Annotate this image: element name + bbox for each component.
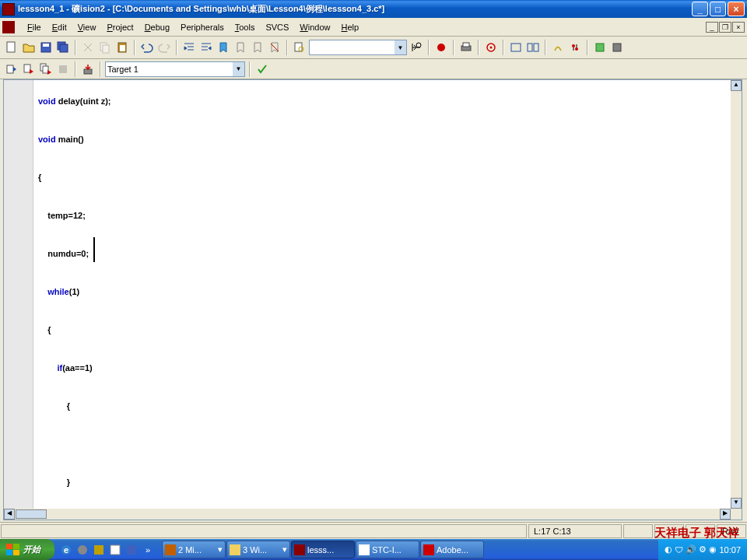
redo-button[interactable] [156, 40, 172, 55]
start-button[interactable]: 开始 [0, 539, 54, 560]
system-tray[interactable]: ◐ 🛡 🔊 ⚙ ◉ 10:07 [658, 539, 747, 560]
build-button[interactable] [21, 61, 37, 77]
tool-button-3[interactable] [525, 40, 541, 55]
menu-window[interactable]: Window [294, 21, 335, 33]
svg-point-20 [572, 44, 575, 47]
bookmark-button[interactable] [216, 40, 231, 55]
save-all-button[interactable] [55, 40, 71, 55]
tray-icon[interactable]: 🔊 [686, 544, 696, 555]
ql-item-icon[interactable] [75, 541, 90, 558]
bookmark-clear-button[interactable] [267, 40, 282, 55]
menu-tools[interactable]: Tools [230, 21, 261, 33]
close-button[interactable]: × [728, 2, 745, 16]
mdi-close-button[interactable]: × [732, 22, 745, 33]
bookmark-prev-button[interactable] [250, 40, 265, 55]
tool-button-4[interactable] [550, 40, 566, 55]
task-button[interactable]: lesss... [291, 541, 355, 558]
target-value: Target 1 [107, 65, 139, 74]
find-combo[interactable]: ▼ [309, 40, 407, 55]
tool-button-1[interactable] [483, 40, 499, 55]
svg-rect-2 [43, 44, 49, 47]
ql-item-icon[interactable] [91, 541, 107, 558]
svg-rect-8 [120, 45, 125, 51]
keyword: void [38, 135, 56, 144]
open-file-button[interactable] [21, 40, 37, 55]
paste-button[interactable] [114, 40, 130, 55]
tray-icon[interactable]: ◐ [665, 544, 672, 555]
task-button[interactable]: STC-I... [356, 541, 419, 558]
maximize-button[interactable]: □ [710, 2, 726, 16]
options-button[interactable] [254, 61, 270, 77]
menu-debug[interactable]: Debug [139, 21, 175, 33]
mdi-restore-button[interactable]: ❐ [719, 22, 731, 33]
vertical-scrollbar[interactable]: ▲ ▼ [731, 80, 742, 509]
debug-button[interactable] [433, 40, 449, 55]
cursor-position: L:17 C:13 [528, 524, 622, 538]
ql-item-icon[interactable] [107, 541, 123, 558]
horizontal-scrollbar[interactable]: ◀ ▶ [4, 509, 731, 520]
task-buttons: 2 Mi...▾ 3 Wi...▾ lesss... STC-I... Adob… [162, 541, 658, 558]
menu-edit[interactable]: Edit [47, 21, 72, 33]
code-area[interactable]: void delay(uint z); void main() { temp=1… [33, 80, 731, 509]
find-button[interactable] [409, 40, 424, 55]
svg-text:e: e [64, 545, 68, 555]
indent-button[interactable] [181, 40, 197, 55]
code-editor[interactable]: void delay(uint z); void main() { temp=1… [3, 79, 742, 520]
gutter [4, 80, 33, 509]
download-button[interactable] [80, 61, 96, 77]
target-combo[interactable]: Target 1 ▼ [105, 61, 245, 77]
window-controls: _ □ × [692, 2, 745, 16]
scroll-left-button[interactable]: ◀ [4, 509, 15, 520]
menu-view[interactable]: View [72, 21, 102, 33]
print-button[interactable] [458, 40, 474, 55]
scroll-right-button[interactable]: ▶ [720, 509, 731, 520]
clock[interactable]: 10:07 [719, 545, 741, 555]
scroll-thumb[interactable] [16, 509, 47, 519]
scroll-down-button[interactable]: ▼ [731, 498, 742, 509]
copy-button[interactable] [97, 40, 113, 55]
tool-button-2[interactable] [508, 40, 524, 55]
dropdown-icon[interactable]: ▼ [395, 40, 406, 54]
tray-icon[interactable]: ◉ [709, 544, 717, 555]
window-title: lessson4_1 - 礦ision2 - [C:\Documents and… [18, 3, 692, 15]
tool-button-6[interactable] [592, 40, 608, 55]
taskbar: 开始 e » 2 Mi...▾ 3 Wi...▾ lesss... STC-I.… [0, 539, 747, 560]
tray-icon[interactable]: ⚙ [699, 544, 707, 555]
minimize-button[interactable]: _ [692, 2, 708, 16]
rebuild-button[interactable] [38, 61, 54, 77]
keyword: while [47, 287, 69, 296]
bookmark-next-button[interactable] [233, 40, 248, 55]
new-file-button[interactable] [4, 40, 19, 55]
menu-help[interactable]: Help [336, 21, 365, 33]
svg-rect-17 [511, 44, 521, 51]
stop-build-button[interactable] [55, 61, 71, 77]
ql-ie-icon[interactable]: e [58, 541, 74, 558]
tray-icon[interactable]: 🛡 [675, 545, 683, 555]
ql-expand-icon[interactable]: » [140, 541, 156, 558]
translate-button[interactable] [4, 61, 19, 77]
task-button[interactable]: Adobe... [420, 541, 484, 558]
ql-item-icon[interactable] [124, 541, 139, 558]
scroll-up-button[interactable]: ▲ [731, 80, 742, 91]
svg-rect-39 [127, 545, 136, 555]
task-button[interactable]: 2 Mi...▾ [162, 541, 226, 558]
svg-rect-6 [103, 45, 109, 53]
menu-file[interactable]: FFileile [22, 21, 47, 33]
undo-button[interactable] [139, 40, 155, 55]
doc-icon [2, 21, 15, 33]
svg-rect-25 [24, 65, 30, 72]
menu-peripherals[interactable]: Peripherals [175, 21, 230, 33]
tool-button-5[interactable] [567, 40, 583, 55]
svg-rect-0 [7, 42, 15, 52]
text-cursor [93, 237, 95, 262]
tool-button-7[interactable] [609, 40, 625, 55]
outdent-button[interactable] [198, 40, 214, 55]
menu-svcs[interactable]: SVCS [260, 21, 294, 33]
task-button[interactable]: 3 Wi...▾ [226, 541, 290, 558]
mdi-minimize-button[interactable]: _ [706, 22, 718, 33]
dropdown-icon[interactable]: ▼ [233, 62, 244, 76]
cut-button[interactable] [80, 40, 96, 55]
menu-project[interactable]: Project [101, 21, 139, 33]
save-button[interactable] [38, 40, 54, 55]
find-in-files-button[interactable] [292, 40, 307, 55]
